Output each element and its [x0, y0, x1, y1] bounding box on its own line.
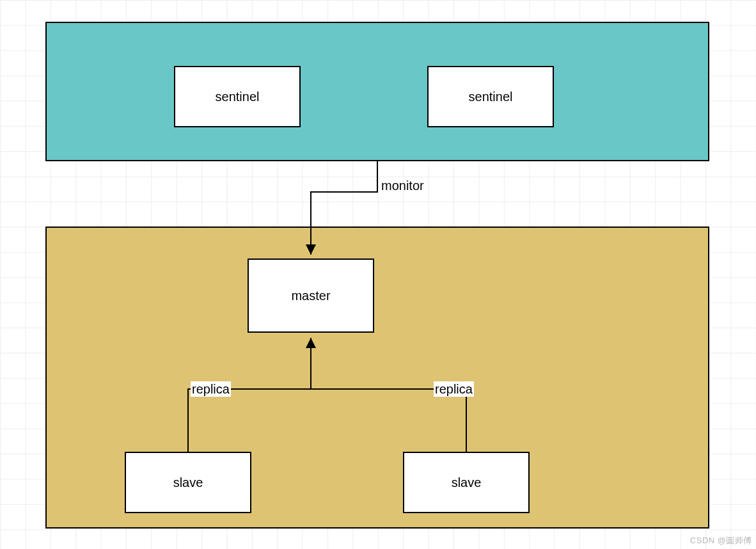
watermark: CSDN @圆师傅: [690, 535, 752, 546]
edge-label-monitor: monitor: [380, 178, 425, 193]
diagram-canvas: sentinel sentinel master slave slave mon…: [0, 0, 756, 549]
slave-node-1: slave: [125, 452, 251, 513]
slave-node-2-label: slave: [452, 475, 482, 490]
master-node: master: [248, 259, 374, 333]
sentinel-node-2-label: sentinel: [469, 90, 513, 104]
edge-label-replica-left: replica: [191, 381, 231, 397]
sentinel-node-1-label: sentinel: [216, 90, 260, 104]
sentinel-region: [45, 22, 709, 161]
edge-label-replica-right: replica: [434, 381, 474, 397]
master-node-label: master: [291, 289, 330, 303]
slave-node-1-label: slave: [173, 475, 203, 490]
sentinel-node-2: sentinel: [427, 66, 554, 127]
slave-node-2: slave: [403, 452, 530, 513]
sentinel-node-1: sentinel: [174, 66, 301, 127]
